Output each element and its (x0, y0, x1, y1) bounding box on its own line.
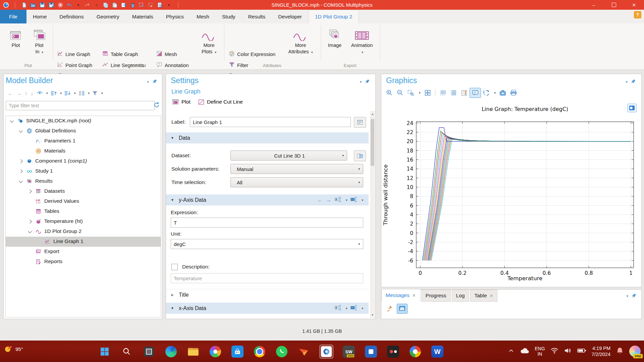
ribbon-item-table-graph[interactable]: Table Graph (102, 50, 138, 59)
forward-icon[interactable]: → (15, 89, 23, 97)
tree-item-derived-values[interactable]: 8.85e-12Derived Values (6, 196, 161, 206)
onedrive-icon[interactable] (520, 347, 529, 356)
ribbon-tab-mesh[interactable]: Mesh (190, 10, 216, 23)
taskbar-app-whatsapp[interactable] (275, 345, 288, 358)
help-button[interactable]: ? (634, 11, 641, 18)
unit-select[interactable]: degC▾ (171, 239, 363, 249)
insert-expression-button[interactable] (351, 197, 357, 203)
more-plots-button[interactable]: MorePlots ▾ (196, 25, 222, 56)
tree-item-component-1[interactable]: Component 1 (comp1) (6, 156, 161, 166)
clock[interactable]: 4:19 PM7/2/2024 (592, 345, 610, 357)
label-input[interactable] (190, 117, 351, 127)
taskbar-app-google[interactable] (409, 345, 422, 358)
select-box-icon[interactable] (137, 1, 146, 9)
ribbon-item-color-expression[interactable]: Color Expression (229, 50, 275, 59)
plot-in-button[interactable]: PlotIn ▾ (28, 25, 50, 56)
ribbon-tab-materials[interactable]: Materials (126, 10, 160, 23)
clear-messages-icon[interactable] (384, 304, 394, 313)
taskbar-app-store[interactable] (231, 345, 244, 358)
tree-item-1d-plot-group-2[interactable]: 1D Plot Group 2 (6, 227, 161, 237)
scrollbar-thumb[interactable] (371, 119, 374, 166)
ribbon-item-mesh[interactable]: Mesh (156, 50, 177, 59)
volume-icon[interactable] (564, 347, 572, 356)
title-section-header[interactable]: ▶Title (166, 289, 369, 300)
save-icon[interactable] (38, 1, 47, 9)
ribbon-tab-file[interactable]: File (0, 10, 26, 23)
minimize-button[interactable]: – (584, 0, 604, 10)
move-up-icon[interactable]: ↑ (23, 89, 29, 97)
next-expression-icon[interactable]: → (326, 197, 331, 203)
tree-item-reports[interactable]: Reports (6, 257, 161, 267)
zoom-box-icon[interactable] (406, 88, 416, 98)
panel-menu-caret[interactable]: ▾ (626, 80, 628, 84)
settings-plot-action[interactable]: Plot (172, 99, 191, 105)
undo-icon[interactable] (65, 1, 74, 9)
run-icon[interactable] (56, 1, 65, 9)
preview-caret[interactable]: ▾ (164, 1, 173, 9)
tree-filter-input[interactable] (6, 101, 155, 110)
node-grouping-icon-caret[interactable]: ▾ (87, 89, 91, 97)
tree-item-parameters-1[interactable]: PiParameters 1 (6, 136, 161, 146)
ribbon-tab-1d-plot-group-2[interactable]: 1D Plot Group 2 (308, 10, 359, 24)
zoom-extents-icon[interactable] (422, 88, 433, 98)
taskbar-app-solidworks[interactable]: SW2023 (342, 345, 356, 358)
tree-item-single-block-mph[interactable]: SINGLE_BLOCK.mph (root) (6, 116, 161, 126)
tree-expander-right[interactable] (28, 189, 32, 193)
copilot-icon[interactable]: PRE (629, 346, 641, 357)
taskbar-app-photos[interactable] (209, 345, 222, 358)
previous-expression-icon[interactable]: ← (317, 197, 323, 203)
tree-item-line-graph-1[interactable]: Line Graph 1 (6, 237, 161, 247)
expression-input[interactable] (171, 218, 363, 228)
ribbon-item-line-graph[interactable]: Line Graph (57, 50, 90, 59)
move-down-icon[interactable]: ↓ (29, 89, 35, 97)
tree-expander-right[interactable] (28, 220, 32, 223)
node-grouping-icon[interactable] (76, 89, 87, 97)
close-tab-icon[interactable]: ✕ (490, 293, 493, 298)
define-cut-line-action[interactable]: Define Cut Line (198, 99, 243, 105)
messages-tab-log[interactable]: Log (452, 290, 469, 302)
messages-tab-messages[interactable]: Messages✕ (381, 289, 420, 302)
collapse-all-icon[interactable] (49, 89, 59, 97)
ribbon-tab-geometry[interactable]: Geometry (90, 10, 126, 23)
paste-icon[interactable] (110, 1, 119, 9)
redo-icon[interactable] (83, 1, 92, 9)
close-tab-icon[interactable]: ✕ (412, 293, 416, 298)
panel-menu-caret[interactable]: ▾ (360, 80, 362, 84)
description-checkbox[interactable] (171, 264, 178, 270)
expand-all-icon[interactable] (62, 89, 72, 97)
taskbar-app-edge[interactable] (164, 345, 178, 358)
save-as-icon[interactable] (47, 1, 56, 9)
messages-tab-table[interactable]: Table✕ (470, 290, 497, 302)
taskbar-app-task-view[interactable] (142, 345, 156, 358)
label-properties-button[interactable] (354, 117, 366, 128)
refresh-icon[interactable] (153, 102, 160, 110)
replace-expression-button[interactable] (335, 197, 341, 203)
panel-menu-caret[interactable]: ▾ (626, 294, 628, 298)
solution-parameters-select[interactable]: Manual▾ (230, 164, 363, 174)
export-animation-button[interactable]: Animation▾ (347, 25, 376, 56)
ribbon-tab-results[interactable]: Results (242, 10, 272, 23)
copy-icon[interactable] (101, 1, 110, 9)
comsol-logo[interactable] (1, 1, 10, 9)
duplicate-icon[interactable] (119, 1, 128, 9)
maximize-button[interactable] (604, 0, 624, 10)
export-image-button[interactable]: Image (324, 25, 345, 49)
tree-item-results[interactable]: Results (6, 176, 161, 186)
back-icon[interactable]: ← (6, 89, 15, 97)
preview-icon[interactable] (155, 1, 164, 9)
dataset-select[interactable]: Cut Line 3D 1▾ (230, 150, 347, 161)
x-axis-data-section-header[interactable]: ▼x-Axis Data ▾ ▾ (166, 303, 369, 314)
language-indicator[interactable]: ENGIN (535, 346, 545, 357)
ribbon-tab-study[interactable]: Study (216, 10, 242, 23)
show-icon-caret[interactable]: ▾ (45, 89, 49, 97)
pin-icon[interactable] (365, 79, 370, 85)
show-messages-icon[interactable] (397, 304, 408, 314)
tree-item-export[interactable]: Export (6, 247, 161, 257)
axis-x-grid-icon[interactable] (437, 88, 448, 98)
panel-menu-caret[interactable]: ▾ (147, 80, 149, 84)
taskbar-app-file-explorer[interactable] (186, 345, 200, 358)
notification-bell-icon[interactable] (616, 347, 624, 356)
expand-all-icon-caret[interactable]: ▾ (72, 89, 76, 97)
tree-expander-down[interactable] (19, 129, 22, 132)
collapse-all-icon-caret[interactable]: ▾ (59, 89, 63, 97)
